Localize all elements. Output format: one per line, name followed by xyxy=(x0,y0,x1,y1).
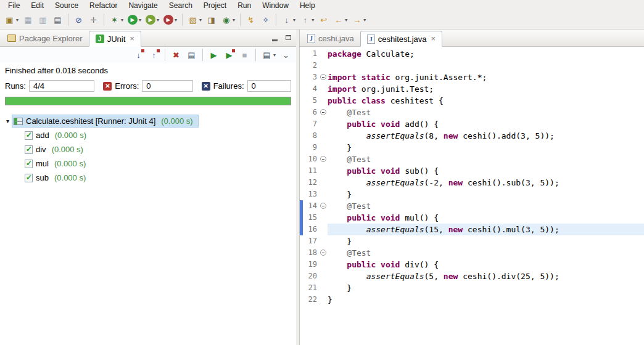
dropdown-arrow-icon[interactable]: ▾ xyxy=(345,17,347,23)
menu-refactor[interactable]: Refactor xyxy=(84,1,123,10)
print-button[interactable]: ▤ xyxy=(51,12,65,27)
tab-package-explorer[interactable]: Package Explorer xyxy=(1,30,89,46)
menu-help[interactable]: Help xyxy=(294,1,321,10)
line-number[interactable]: 9 xyxy=(303,142,319,153)
code-line[interactable]: 22} xyxy=(300,294,644,306)
line-number[interactable]: 22 xyxy=(303,294,319,306)
rerun-failed-first-button[interactable]: ▶ xyxy=(222,47,236,62)
run-button[interactable]: ▶▾ xyxy=(126,12,143,27)
code-line[interactable]: 3import static org.junit.Assert.*; xyxy=(300,71,644,83)
fold-collapse-icon[interactable] xyxy=(320,109,326,115)
show-skipped-tests-button[interactable]: ▤ xyxy=(184,47,199,62)
code-line[interactable]: 12 assertEquals(-2, new ceshi().sub(3, 5… xyxy=(300,177,644,189)
code-line[interactable]: 10 @Test xyxy=(300,153,644,165)
dropdown-arrow-icon[interactable]: ▾ xyxy=(16,17,19,23)
code-line[interactable]: 1package Calculate; xyxy=(300,48,644,60)
line-number[interactable]: 2 xyxy=(303,60,319,71)
code-line[interactable]: 14 @Test xyxy=(300,200,644,212)
code-line[interactable]: 6 @Test xyxy=(300,107,644,118)
close-tab-icon[interactable]: × xyxy=(130,35,134,43)
menu-navigate[interactable]: Navigate xyxy=(123,1,163,10)
code-line[interactable]: 20 assertEquals(5, new ceshi().div(25, 5… xyxy=(300,270,644,282)
tab-ceshitest-java[interactable]: J ceshitest.java × xyxy=(360,31,442,47)
line-number[interactable]: 8 xyxy=(303,130,319,142)
maximize-view-icon[interactable] xyxy=(283,33,294,43)
view-menu-button[interactable]: ⌄ xyxy=(279,47,293,62)
last-edit-location-button[interactable]: ↩ xyxy=(316,12,331,27)
line-number[interactable]: 18 xyxy=(303,247,319,259)
tree-row-test-add[interactable]: add (0.000 s) xyxy=(0,128,296,142)
menu-run[interactable]: Run xyxy=(232,1,257,10)
open-type-button[interactable]: ↯ xyxy=(244,12,258,27)
menu-edit[interactable]: Edit xyxy=(25,1,49,10)
menu-file[interactable]: File xyxy=(2,1,25,10)
tree-row-test-div[interactable]: div (0.000 s) xyxy=(0,142,296,156)
line-number[interactable]: 19 xyxy=(303,259,319,270)
line-number[interactable]: 20 xyxy=(303,270,319,282)
save-button[interactable]: ▦ xyxy=(21,12,35,27)
line-number[interactable]: 11 xyxy=(303,165,319,177)
dropdown-arrow-icon[interactable]: ▾ xyxy=(233,17,235,23)
code-line[interactable]: 15 public void mul() { xyxy=(300,212,644,224)
code-line[interactable]: 9 } xyxy=(300,142,644,153)
code-line[interactable]: 2 xyxy=(300,60,644,71)
tab-ceshi-java[interactable]: J ceshi.java xyxy=(301,30,360,46)
tree-row-test-sub[interactable]: sub (0.000 s) xyxy=(0,171,296,185)
fold-collapse-icon[interactable] xyxy=(320,203,326,209)
menu-project[interactable]: Project xyxy=(198,1,232,10)
previous-failed-test-button[interactable]: ↑ xyxy=(147,47,161,62)
dropdown-arrow-icon[interactable]: ▾ xyxy=(175,17,177,23)
dropdown-arrow-icon[interactable]: ▾ xyxy=(363,17,366,23)
tree-row-test-mul[interactable]: mul (0.000 s) xyxy=(0,156,296,171)
tree-row-suite[interactable]: ▾ Calculate.ceshitest [Runner: JUnit 4] … xyxy=(0,114,296,128)
code-line[interactable]: 8 assertEquals(8, new ceshi().add(3, 5))… xyxy=(300,130,644,142)
menu-window[interactable]: Window xyxy=(257,1,294,10)
next-failed-test-button[interactable]: ↓ xyxy=(131,47,146,62)
dropdown-arrow-icon[interactable]: ▾ xyxy=(157,17,159,23)
line-number[interactable]: 7 xyxy=(303,118,319,130)
dropdown-arrow-icon[interactable]: ▾ xyxy=(199,17,202,23)
next-annotation-button[interactable]: ↓▾ xyxy=(279,12,297,27)
line-number[interactable]: 4 xyxy=(303,83,319,95)
new-java-project-button[interactable]: ▧▾ xyxy=(186,12,204,27)
show-failures-only-button[interactable]: ✖ xyxy=(169,47,183,62)
dropdown-arrow-icon[interactable]: ▾ xyxy=(312,17,314,23)
line-number[interactable]: 12 xyxy=(303,177,319,189)
line-number[interactable]: 21 xyxy=(303,282,319,294)
debug-button[interactable]: ✶▾ xyxy=(107,12,125,27)
line-number[interactable]: 1 xyxy=(303,48,319,60)
line-number[interactable]: 3 xyxy=(303,71,319,83)
dropdown-arrow-icon[interactable]: ▾ xyxy=(293,17,295,23)
code-line[interactable]: 4import org.junit.Test; xyxy=(300,83,644,95)
previous-annotation-button[interactable]: ↑▾ xyxy=(298,12,316,27)
code-area[interactable]: 1package Calculate;23import static org.j… xyxy=(300,47,644,345)
coverage-button[interactable]: ▶▾ xyxy=(144,12,161,27)
tab-junit[interactable]: J JUnit × xyxy=(89,31,141,47)
code-line[interactable]: 5public class ceshitest { xyxy=(300,95,644,107)
code-line[interactable]: 19 public void div() { xyxy=(300,259,644,270)
line-number[interactable]: 5 xyxy=(303,95,319,107)
dropdown-arrow-icon[interactable]: ▾ xyxy=(121,17,123,23)
code-line[interactable]: 7 public void add() { xyxy=(300,118,644,130)
run-external-tools-button[interactable]: ▶▾ xyxy=(162,12,179,27)
skip-all-breakpoints-button[interactable]: ⊘ xyxy=(72,12,86,27)
dropdown-arrow-icon[interactable]: ▾ xyxy=(139,17,141,23)
minimize-view-icon[interactable] xyxy=(269,33,280,43)
line-number[interactable]: 6 xyxy=(303,107,319,118)
line-number[interactable]: 13 xyxy=(303,189,319,200)
save-all-button[interactable]: ▥ xyxy=(36,12,50,27)
stop-test-session-button[interactable]: ■ xyxy=(237,47,252,62)
rerun-test-button[interactable]: ▶ xyxy=(207,47,221,62)
code-line[interactable]: 18 @Test xyxy=(300,247,644,259)
code-line[interactable]: 11 public void sub() { xyxy=(300,165,644,177)
new-java-package-button[interactable]: ◨ xyxy=(204,12,218,27)
menu-source[interactable]: Source xyxy=(49,1,84,10)
code-line[interactable]: 21 } xyxy=(300,282,644,294)
code-line[interactable]: 16 assertEquals(15, new ceshi().mul(3, 5… xyxy=(300,224,644,235)
code-line[interactable]: 17 } xyxy=(300,235,644,247)
code-line[interactable]: 13 } xyxy=(300,189,644,200)
search-button[interactable]: ✧ xyxy=(258,12,273,27)
line-number[interactable]: 17 xyxy=(303,235,319,247)
expander-icon[interactable]: ▾ xyxy=(3,118,12,124)
test-run-history-button[interactable]: ▤▾ xyxy=(260,47,278,62)
